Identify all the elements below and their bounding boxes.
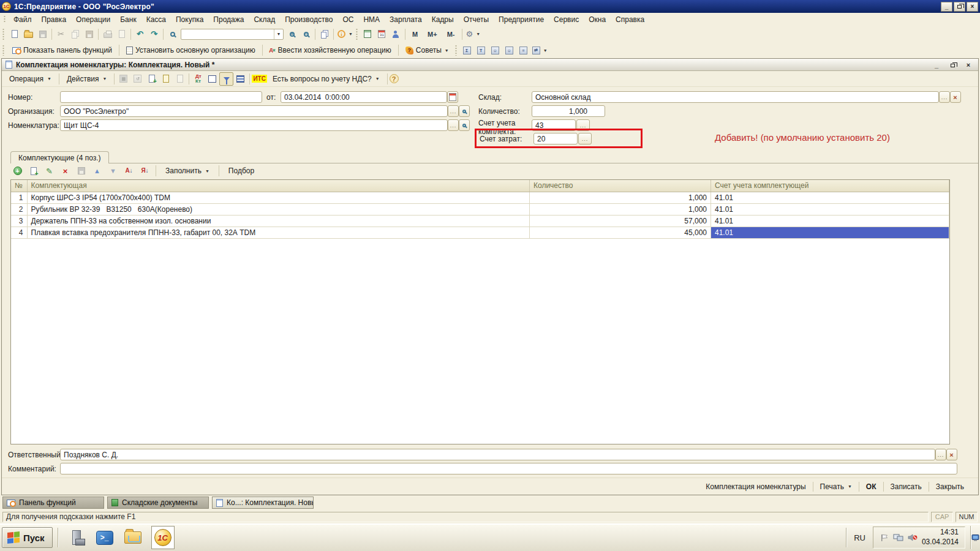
menu-item-reports[interactable]: Отчеты xyxy=(459,13,494,26)
search-button[interactable] xyxy=(165,28,179,41)
menu-item-edit[interactable]: Правка xyxy=(37,13,72,26)
print-button[interactable] xyxy=(100,28,115,41)
sort-desc-button[interactable]: Я↓ xyxy=(138,164,152,178)
menu-item-windows[interactable]: Окна xyxy=(584,13,611,26)
responsible-select-button[interactable]: ... xyxy=(935,449,946,460)
menu-item-nma[interactable]: НМА xyxy=(358,13,385,26)
paste-button[interactable] xyxy=(82,28,96,41)
grid-row[interactable]: 1 Корпус ШРС-3 IP54 (1700х700х400) TDM 1… xyxy=(11,192,949,203)
wintab-warehouse-documents[interactable]: Складские документы xyxy=(107,497,209,509)
date-calendar-button[interactable] xyxy=(447,91,458,103)
users-button[interactable] xyxy=(389,28,403,41)
dtkt-button[interactable]: ДтКт xyxy=(191,72,205,86)
copy-button[interactable] xyxy=(68,28,82,41)
col-header-qty[interactable]: Количество xyxy=(530,180,711,192)
nomenclature-select-button[interactable]: ... xyxy=(448,119,459,131)
menu-item-production[interactable]: Производство xyxy=(280,13,337,26)
filter-toggle-button[interactable] xyxy=(219,72,233,86)
actions-menu-button[interactable]: Действия▼ xyxy=(61,72,113,86)
open-button[interactable] xyxy=(21,28,36,41)
server-manager-shortcut[interactable] xyxy=(67,528,86,547)
qty-cell[interactable]: 45,000 xyxy=(530,227,711,238)
responsible-field[interactable]: Поздняков С. Д. xyxy=(60,449,935,460)
tab-components[interactable]: Комплектующие (4 поз.) xyxy=(10,151,109,163)
show-function-panel-button[interactable]: Показать панель функций xyxy=(7,43,117,57)
cost-account-field[interactable]: 20 xyxy=(533,133,578,144)
move-up-button[interactable]: ▲ xyxy=(90,164,104,178)
component-cell[interactable]: Корпус ШРС-3 IP54 (1700х700х400) TDM xyxy=(27,192,530,203)
menu-item-purchase[interactable]: Покупка xyxy=(171,13,208,26)
copy-row-button[interactable] xyxy=(26,164,40,178)
doc-close-button[interactable]: × xyxy=(962,61,974,69)
sort-asc-button[interactable]: А↓ xyxy=(122,164,136,178)
set-main-organization-button[interactable]: Установить основную организацию xyxy=(121,43,260,57)
cut-button[interactable]: ✂ xyxy=(54,28,68,41)
add-row-button[interactable]: + xyxy=(10,164,24,178)
kit-account-field[interactable]: 43 xyxy=(532,119,576,131)
zoom-in-button[interactable]: + xyxy=(285,28,299,41)
nomenclature-field[interactable]: Щит ЩС-4 xyxy=(60,119,448,131)
pick-button[interactable]: Подбор xyxy=(223,164,260,178)
create-based-on-button[interactable] xyxy=(145,72,159,86)
clock[interactable]: 14:31 03.04.2014 xyxy=(922,528,959,547)
delete-row-button[interactable]: × xyxy=(58,164,72,178)
quantity-field[interactable]: 1,000 xyxy=(532,105,605,117)
cost-account-select-button[interactable]: ... xyxy=(578,133,592,144)
memory-plus-button[interactable]: М+ xyxy=(423,28,442,41)
post-document-button[interactable]: ▦ xyxy=(116,72,130,86)
account-cell[interactable]: 41.01 xyxy=(711,203,949,215)
menu-item-bank[interactable]: Банк xyxy=(115,13,141,26)
service-settings-button[interactable]: ⚙▼ xyxy=(464,28,483,41)
close-button[interactable]: × xyxy=(967,2,978,12)
menu-item-service[interactable]: Сервис xyxy=(549,13,584,26)
explorer-shortcut[interactable] xyxy=(123,528,143,547)
menu-item-sales[interactable]: Продажа xyxy=(208,13,249,26)
account-cell-selected[interactable]: 41.01 xyxy=(711,227,949,238)
help-button[interactable]: ? xyxy=(390,74,399,83)
qty-cell[interactable]: 57,000 xyxy=(530,215,711,227)
number-field[interactable] xyxy=(60,91,262,103)
undo-button[interactable]: ↶ xyxy=(133,28,147,41)
warehouse-clear-button[interactable]: × xyxy=(950,91,961,103)
menu-item-operations[interactable]: Операции xyxy=(71,13,115,26)
calendar-button[interactable]: 31 xyxy=(375,28,389,41)
print-preview-button[interactable] xyxy=(115,28,129,41)
doc-minimize-button[interactable]: _ xyxy=(930,61,943,69)
menu-item-os[interactable]: ОС xyxy=(337,13,358,26)
send-document-button[interactable] xyxy=(173,72,187,86)
tips-button[interactable]: ? Советы ▼ xyxy=(401,43,454,57)
menu-item-file[interactable]: Файл xyxy=(9,13,37,26)
nomenclature-open-button[interactable] xyxy=(459,119,470,131)
totals-report-button[interactable]: Σ xyxy=(460,43,474,57)
list-settings-button[interactable] xyxy=(233,72,247,86)
cancel-posting-button[interactable]: ↺ xyxy=(130,72,145,86)
organization-open-button[interactable] xyxy=(459,105,470,117)
copy-settings-button[interactable] xyxy=(159,72,173,86)
show-desktop-button[interactable] xyxy=(970,526,980,549)
wintab-function-panel[interactable]: Панель функций xyxy=(2,497,104,509)
redo-button[interactable]: ↷ xyxy=(147,28,161,41)
menu-item-hr[interactable]: Кадры xyxy=(427,13,459,26)
journal-button[interactable] xyxy=(205,72,219,86)
close-doc-button[interactable]: Закрыть xyxy=(929,480,971,493)
kit-account-select-button[interactable]: ... xyxy=(576,119,590,131)
qty-cell[interactable]: 1,000 xyxy=(530,203,711,215)
user-report-button[interactable]: ☺ xyxy=(488,43,502,57)
language-indicator[interactable]: RU xyxy=(851,533,868,542)
network-icon[interactable] xyxy=(893,533,903,542)
responsible-clear-button[interactable]: × xyxy=(946,449,957,460)
menu-item-help[interactable]: Справка xyxy=(611,13,649,26)
menu-item-salary[interactable]: Зарплата xyxy=(385,13,427,26)
menu-item-cash[interactable]: Касса xyxy=(141,13,171,26)
user-template-button[interactable]: ☺ xyxy=(502,43,516,57)
end-edit-button[interactable] xyxy=(74,164,88,178)
memory-minus-button[interactable]: М- xyxy=(442,28,460,41)
start-button[interactable]: Пуск xyxy=(2,527,53,548)
grid-row[interactable]: 2 Рубильник ВР 32-39 В31250 630А(Коренев… xyxy=(11,203,949,215)
wintab-current-document[interactable]: Ко...: Комплектация. Новый * xyxy=(212,497,314,509)
date-field[interactable]: 03.04.2014 0:00:00 xyxy=(281,91,447,103)
powershell-shortcut[interactable]: >_ xyxy=(95,528,115,547)
search-combobox[interactable]: ▼ xyxy=(181,29,284,40)
operation-menu-button[interactable]: Операция▼ xyxy=(4,72,57,86)
copy-windows-button[interactable] xyxy=(317,28,331,41)
